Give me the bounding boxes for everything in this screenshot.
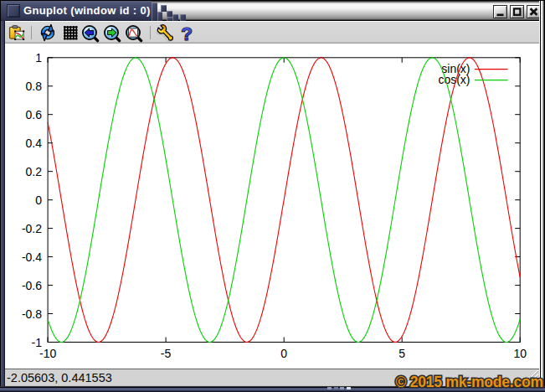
- svg-text:1: 1: [35, 51, 42, 64]
- svg-text:0.4: 0.4: [26, 137, 43, 150]
- svg-text:-0.4: -0.4: [22, 250, 42, 264]
- svg-text:-10: -10: [39, 347, 56, 360]
- svg-text:0: 0: [35, 193, 42, 207]
- svg-text:-0.8: -0.8: [22, 307, 42, 321]
- svg-text:0.8: 0.8: [26, 80, 43, 93]
- svg-text:-0.2: -0.2: [22, 222, 42, 235]
- svg-text:-5: -5: [161, 347, 172, 360]
- svg-text:0: 0: [280, 347, 287, 360]
- svg-text:10: 10: [513, 347, 527, 360]
- svg-text:0.6: 0.6: [26, 108, 43, 121]
- svg-text:-0.6: -0.6: [22, 279, 42, 292]
- svg-text:5: 5: [398, 347, 405, 360]
- svg-text:0.2: 0.2: [26, 165, 43, 178]
- svg-text:cos(x): cos(x): [438, 73, 470, 86]
